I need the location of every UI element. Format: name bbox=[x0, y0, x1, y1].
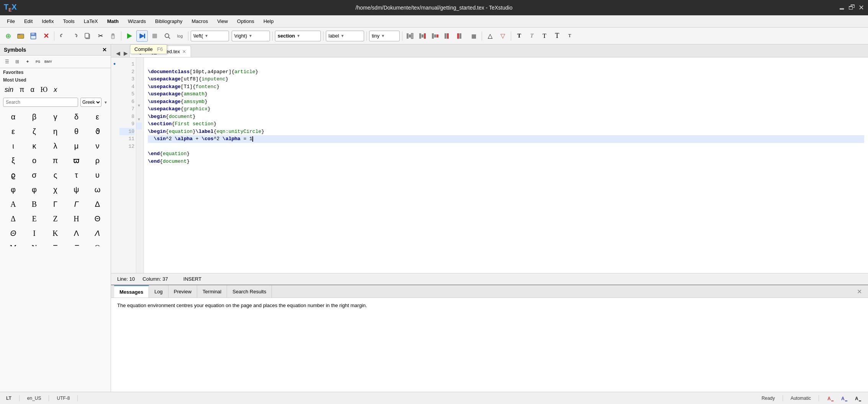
new-btn[interactable]: ⊕ bbox=[2, 30, 14, 42]
mu-alpha[interactable]: α bbox=[29, 85, 36, 95]
align3-btn[interactable] bbox=[430, 30, 441, 42]
sym-varrho[interactable]: ϱ bbox=[3, 168, 23, 182]
sym-Theta[interactable]: Θ bbox=[87, 212, 108, 226]
mu-sin[interactable]: sin bbox=[3, 85, 15, 95]
tab-messages[interactable]: Messages bbox=[114, 285, 149, 298]
sym-grid2-btn[interactable]: ⊞ bbox=[13, 57, 22, 66]
menu-options[interactable]: Options bbox=[233, 17, 258, 26]
sym-Xi2[interactable]: Ξ bbox=[66, 241, 87, 246]
save-btn[interactable] bbox=[28, 30, 39, 42]
align5-btn[interactable] bbox=[455, 30, 467, 42]
sym-phi[interactable]: φ bbox=[3, 183, 23, 196]
sym-xi[interactable]: ξ bbox=[3, 154, 23, 167]
tab-close-btn[interactable]: ✕ bbox=[182, 49, 186, 54]
sym-upsilon[interactable]: υ bbox=[87, 168, 108, 182]
sym-omega[interactable]: ω bbox=[87, 183, 108, 196]
sym-epsilon[interactable]: ε bbox=[87, 110, 108, 124]
align4-btn[interactable] bbox=[443, 30, 454, 42]
sym-mu[interactable]: μ bbox=[66, 139, 87, 153]
menu-view[interactable]: View bbox=[213, 17, 232, 26]
menu-tools[interactable]: Tools bbox=[59, 17, 78, 26]
paste-btn[interactable] bbox=[107, 30, 119, 42]
sym-kappa[interactable]: κ bbox=[24, 139, 44, 153]
sym-zeta[interactable]: ζ bbox=[24, 124, 44, 138]
sym-Delta[interactable]: Δ bbox=[87, 197, 108, 211]
menu-file[interactable]: File bbox=[3, 17, 19, 26]
sym-varsigma[interactable]: ς bbox=[45, 168, 65, 182]
sym-Iota[interactable]: I bbox=[24, 226, 44, 240]
sym-Zeta[interactable]: Z bbox=[45, 212, 65, 226]
mu-x[interactable]: x bbox=[52, 85, 59, 95]
sym-Gamma[interactable]: Γ bbox=[45, 197, 65, 211]
sym-tau[interactable]: τ bbox=[66, 168, 87, 182]
sym-Mu[interactable]: M bbox=[3, 241, 23, 246]
tab-log[interactable]: Log bbox=[149, 285, 168, 298]
sym-Eta[interactable]: H bbox=[66, 212, 87, 226]
sym-varphi[interactable]: φ bbox=[24, 183, 44, 196]
sym-lambda[interactable]: λ bbox=[45, 139, 65, 153]
open-btn[interactable] bbox=[15, 30, 26, 42]
large-text-btn[interactable]: T bbox=[539, 30, 550, 42]
right-paren-dropdown[interactable]: \right) ▼ bbox=[232, 31, 270, 41]
search-btn[interactable] bbox=[162, 30, 173, 42]
menu-idefix[interactable]: Idefix bbox=[38, 17, 57, 26]
mu-IO[interactable]: Ю bbox=[39, 85, 49, 95]
label-dropdown[interactable]: label ▼ bbox=[326, 31, 364, 41]
close-doc-btn[interactable]: ✕ bbox=[40, 30, 52, 42]
sym-Theta2[interactable]: Θ bbox=[3, 226, 23, 240]
maximize-btn[interactable]: 🗗 bbox=[848, 3, 855, 12]
sym-Delta2[interactable]: Δ bbox=[3, 212, 23, 226]
sym-Kappa[interactable]: K bbox=[45, 226, 65, 240]
menu-bibliography[interactable]: Bibliography bbox=[151, 17, 186, 26]
sym-star-btn[interactable]: ✦ bbox=[23, 57, 32, 66]
code-content[interactable]: \documentclass[10pt,a4paper]{article} \u… bbox=[144, 57, 868, 273]
tab-preview[interactable]: Preview bbox=[168, 285, 197, 298]
sym-alpha[interactable]: α bbox=[3, 110, 23, 124]
align1-btn[interactable] bbox=[405, 30, 416, 42]
tab-nav-right[interactable]: ▶ bbox=[122, 49, 129, 57]
sym-nu[interactable]: ν bbox=[87, 139, 108, 153]
font-size-dropdown[interactable]: tiny ▼ bbox=[369, 31, 400, 41]
sym-Gamma2[interactable]: Γ bbox=[66, 197, 87, 211]
menu-latex[interactable]: LaTeX bbox=[80, 17, 102, 26]
sym-Lambda[interactable]: Λ bbox=[66, 226, 87, 240]
redo-btn[interactable] bbox=[69, 30, 81, 42]
sym-PS-btn[interactable]: PS bbox=[33, 57, 43, 66]
sym-gamma[interactable]: γ bbox=[45, 110, 65, 124]
menu-edit[interactable]: Edit bbox=[20, 17, 36, 26]
sym-delta[interactable]: δ bbox=[66, 110, 87, 124]
xlarge-text-btn[interactable]: T bbox=[551, 30, 563, 42]
symbols-close-btn[interactable]: ✕ bbox=[102, 47, 107, 53]
small-text-btn[interactable]: T bbox=[564, 30, 575, 42]
sym-sigma[interactable]: σ bbox=[24, 168, 44, 182]
sym-varepsilon[interactable]: ε bbox=[3, 124, 23, 138]
sym-list-btn[interactable]: ☰ bbox=[2, 57, 11, 66]
undo-btn[interactable] bbox=[57, 30, 68, 42]
sym-Lambda2[interactable]: Λ bbox=[87, 226, 108, 240]
menu-help[interactable]: Help bbox=[260, 17, 278, 26]
menu-macros[interactable]: Macros bbox=[188, 17, 212, 26]
minimize-btn[interactable]: 🗕 bbox=[839, 3, 845, 12]
sym-eta[interactable]: η bbox=[45, 124, 65, 138]
tri-up-btn[interactable]: △ bbox=[484, 30, 496, 42]
sym-chi[interactable]: χ bbox=[45, 183, 65, 196]
code-editor[interactable]: ● 1 2 3 4 5 6 7 8 9 10 11 12 bbox=[111, 57, 868, 273]
sym-Alpha[interactable]: A bbox=[3, 197, 23, 211]
menu-wizards[interactable]: Wizards bbox=[124, 17, 150, 26]
compile-btn[interactable] bbox=[136, 30, 148, 42]
italic-text-btn[interactable]: T bbox=[526, 30, 538, 42]
tab-nav-left[interactable]: ◀ bbox=[114, 49, 122, 57]
sym-BMY-btn[interactable]: BMY bbox=[44, 57, 53, 66]
left-paren-dropdown[interactable]: \left( ▼ bbox=[191, 31, 229, 41]
sym-category-select[interactable]: Greek bbox=[80, 98, 101, 107]
sym-Epsilon[interactable]: E bbox=[24, 212, 44, 226]
close-btn[interactable]: ✕ bbox=[858, 3, 864, 12]
menu-math[interactable]: Math bbox=[103, 17, 123, 26]
sym-Nu[interactable]: N bbox=[24, 241, 44, 246]
section-dropdown[interactable]: section ▼ bbox=[275, 31, 321, 41]
mu-pi[interactable]: π bbox=[18, 85, 26, 95]
align6-btn[interactable]: ▦ bbox=[468, 30, 479, 42]
sym-Xi[interactable]: Ξ bbox=[45, 241, 65, 246]
sym-rho[interactable]: ρ bbox=[87, 154, 108, 167]
tab-search-results[interactable]: Search Results bbox=[227, 285, 272, 298]
